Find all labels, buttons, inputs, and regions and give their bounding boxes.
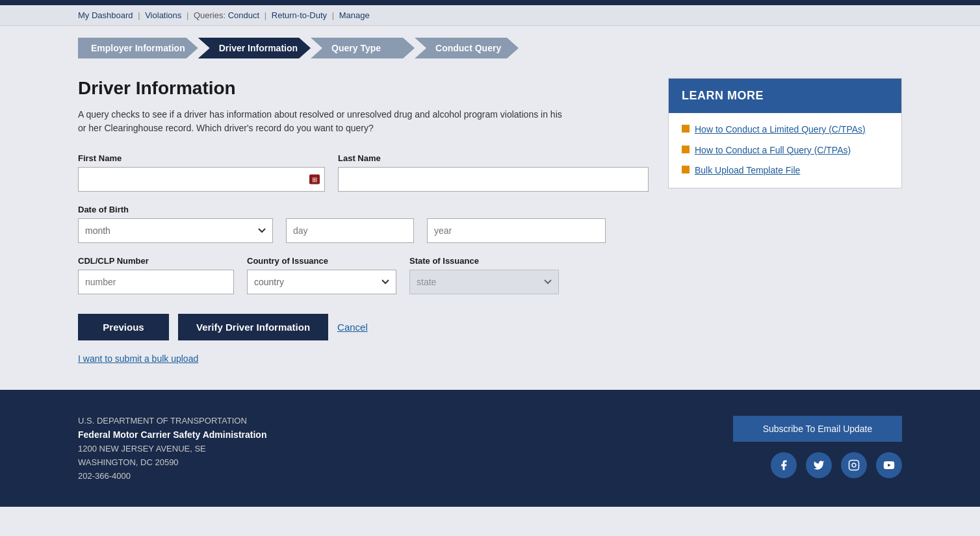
- breadcrumb: Employer Information Driver Information …: [0, 26, 980, 58]
- dob-day-group: [286, 205, 414, 243]
- dob-year-input[interactable]: [427, 218, 606, 243]
- step-employer-information[interactable]: Employer Information: [78, 38, 198, 58]
- learn-more-link-2[interactable]: How to Conduct a Full Query (C/TPAs): [695, 144, 851, 157]
- first-name-input-wrapper: ⊞: [78, 167, 325, 192]
- cdl-input[interactable]: [78, 270, 234, 294]
- verify-button[interactable]: Verify Driver Information: [178, 314, 328, 340]
- last-name-input[interactable]: [338, 167, 649, 192]
- main-content: Driver Information A query checks to see…: [0, 58, 980, 390]
- nav-return-to-duty[interactable]: Return-to-Duty: [272, 10, 327, 20]
- page-title: Driver Information: [78, 78, 649, 99]
- step-driver-information[interactable]: Driver Information: [198, 38, 311, 58]
- dob-label: Date of Birth: [78, 205, 273, 214]
- learn-more-body: How to Conduct a Limited Query (C/TPAs) …: [669, 113, 901, 188]
- cdl-row: CDL/CLP Number Country of Issuance count…: [78, 256, 649, 294]
- learn-more-item-2: How to Conduct a Full Query (C/TPAs): [682, 144, 888, 157]
- twitter-icon[interactable]: [806, 452, 832, 478]
- nav-my-dashboard[interactable]: My Dashboard: [78, 10, 133, 20]
- state-group: State of Issuance state: [409, 256, 559, 294]
- learn-more-link-1[interactable]: How to Conduct a Limited Query (C/TPAs): [695, 123, 866, 136]
- footer-left: U.S. DEPARTMENT OF TRANSPORTATION Federa…: [78, 416, 266, 481]
- state-select[interactable]: state: [409, 270, 559, 294]
- learn-more-item-3: Bulk Upload Template File: [682, 164, 888, 177]
- nav-sep-4: |: [332, 10, 334, 20]
- first-name-label: First Name: [78, 153, 325, 163]
- bulk-upload-link[interactable]: I want to submit a bulk upload: [78, 353, 649, 364]
- subscribe-button[interactable]: Subscribe To Email Update: [733, 416, 902, 442]
- orange-square-2: [682, 146, 690, 153]
- footer-address1: 1200 NEW JERSEY AVENUE, SE: [78, 444, 266, 453]
- previous-button[interactable]: Previous: [78, 314, 169, 340]
- state-label: State of Issuance: [409, 256, 559, 266]
- nav-sep-2: |: [187, 10, 188, 20]
- step-query-type[interactable]: Query Type: [311, 38, 415, 58]
- nav-sep-1: |: [138, 10, 140, 20]
- footer-address2: WASHINGTON, DC 20590: [78, 457, 266, 467]
- dob-row: Date of Birth month January February Mar…: [78, 205, 649, 243]
- step-conduct-query[interactable]: Conduct Query: [415, 38, 519, 58]
- country-label: Country of Issuance: [247, 256, 396, 266]
- dob-day-spacer: [286, 205, 414, 214]
- instagram-icon[interactable]: [841, 452, 867, 478]
- nav-queries-conduct[interactable]: Conduct: [228, 10, 259, 20]
- button-row: Previous Verify Driver Information Cance…: [78, 314, 649, 340]
- learn-more-link-3[interactable]: Bulk Upload Template File: [695, 164, 800, 177]
- dob-group: Date of Birth month January February Mar…: [78, 205, 273, 243]
- footer: U.S. DEPARTMENT OF TRANSPORTATION Federa…: [0, 390, 980, 507]
- footer-right: Subscribe To Email Update: [733, 416, 902, 478]
- page-description: A query checks to see if a driver has in…: [78, 108, 572, 135]
- footer-dept: U.S. DEPARTMENT OF TRANSPORTATION: [78, 416, 266, 426]
- country-group: Country of Issuance country United State…: [247, 256, 396, 294]
- learn-more-item-1: How to Conduct a Limited Query (C/TPAs): [682, 123, 888, 136]
- nav-queries-label: Queries:: [194, 10, 226, 20]
- country-select[interactable]: country United States Canada Mexico: [247, 270, 396, 294]
- first-name-group: First Name ⊞: [78, 153, 325, 192]
- top-brand-bar: [0, 0, 980, 5]
- cancel-button[interactable]: Cancel: [337, 322, 368, 333]
- last-name-group: Last Name: [338, 153, 649, 192]
- orange-square-1: [682, 125, 690, 133]
- name-row: First Name ⊞ Last Name: [78, 153, 649, 192]
- footer-phone: 202-366-4000: [78, 471, 266, 481]
- dob-year-group: [427, 205, 606, 243]
- autofill-icon: ⊞: [309, 175, 320, 185]
- step-query-label: Query Type: [331, 43, 381, 53]
- sidebar: LEARN MORE How to Conduct a Limited Quer…: [668, 78, 902, 364]
- dob-day-input[interactable]: [286, 218, 414, 243]
- cdl-label: CDL/CLP Number: [78, 256, 234, 266]
- social-icons: [771, 452, 902, 478]
- bulk-upload-anchor[interactable]: I want to submit a bulk upload: [78, 353, 198, 364]
- first-name-input[interactable]: [78, 167, 325, 192]
- nav-manage[interactable]: Manage: [339, 10, 370, 20]
- step-driver-label: Driver Information: [219, 43, 298, 53]
- footer-agency: Federal Motor Carrier Safety Administrat…: [78, 429, 266, 440]
- nav-violations[interactable]: Violations: [145, 10, 181, 20]
- learn-more-box: LEARN MORE How to Conduct a Limited Quer…: [668, 78, 902, 188]
- youtube-icon[interactable]: [876, 452, 902, 478]
- orange-square-3: [682, 166, 690, 173]
- dob-year-spacer: [427, 205, 606, 214]
- cdl-group: CDL/CLP Number: [78, 256, 234, 294]
- learn-more-header: LEARN MORE: [669, 79, 901, 113]
- step-conduct-label: Conduct Query: [435, 43, 501, 53]
- svg-rect-0: [849, 461, 859, 470]
- breadcrumb-steps: Employer Information Driver Information …: [78, 38, 902, 58]
- step-employer-label: Employer Information: [91, 43, 185, 53]
- nav-sep-3: |: [264, 10, 266, 20]
- form-section: Driver Information A query checks to see…: [78, 78, 649, 364]
- facebook-icon[interactable]: [771, 452, 797, 478]
- dob-month-select[interactable]: month January February March April May J…: [78, 218, 273, 243]
- last-name-label: Last Name: [338, 153, 649, 163]
- secondary-nav: My Dashboard | Violations | Queries: Con…: [0, 5, 980, 26]
